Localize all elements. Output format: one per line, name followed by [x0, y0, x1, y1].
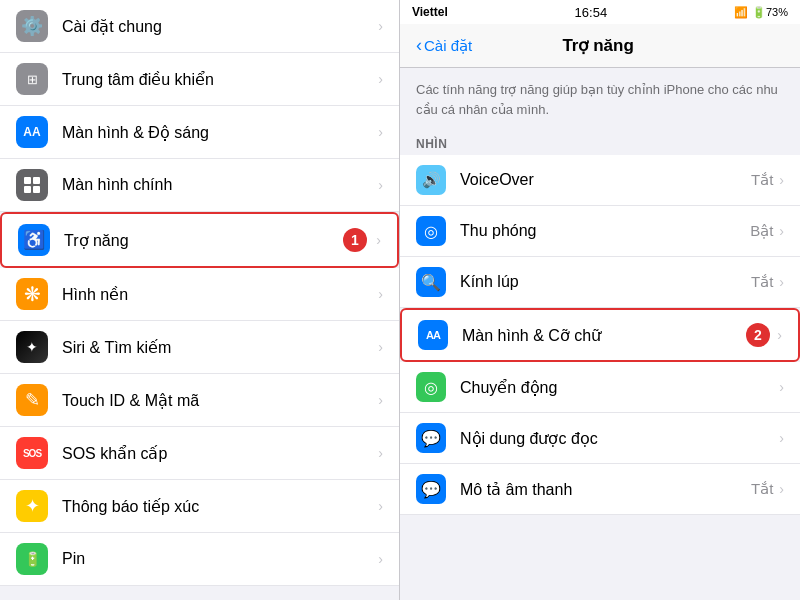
settings-item-display[interactable]: AA Màn hình & Độ sáng ›	[0, 106, 399, 159]
chevron-icon: ›	[779, 481, 784, 497]
chevron-icon: ›	[378, 445, 383, 461]
chevron-icon: ›	[378, 286, 383, 302]
settings-item-general[interactable]: ⚙️ Cài đặt chung ›	[0, 0, 399, 53]
motion-icon: ◎	[416, 372, 446, 402]
magnifier-status: Tắt	[751, 273, 773, 291]
settings-item-touch-id[interactable]: ✎ Touch ID & Mật mã ›	[0, 374, 399, 427]
settings-item-sos[interactable]: SOS SOS khẩn cấp ›	[0, 427, 399, 480]
voiceover-icon: 🔊	[416, 165, 446, 195]
back-chevron-icon: ‹	[416, 35, 422, 56]
right-item-voiceover[interactable]: 🔊 VoiceOver Tắt ›	[400, 155, 800, 206]
zoom-status: Bật	[750, 222, 773, 240]
svg-rect-3	[33, 186, 40, 193]
accessibility-icon: ♿	[18, 224, 50, 256]
chevron-icon: ›	[378, 124, 383, 140]
zoom-icon: ◎	[416, 216, 446, 246]
display-text-icon: AA	[418, 320, 448, 350]
spoken-content-icon: 💬	[416, 423, 446, 453]
chevron-icon: ›	[779, 223, 784, 239]
svg-rect-0	[24, 177, 31, 184]
back-label: Cài đặt	[424, 37, 472, 55]
sos-label: SOS khẩn cấp	[62, 444, 378, 463]
chevron-icon: ›	[779, 274, 784, 290]
svg-rect-2	[24, 186, 31, 193]
time: 16:54	[575, 5, 608, 20]
chevron-icon: ›	[378, 392, 383, 408]
chevron-icon: ›	[378, 339, 383, 355]
chevron-icon: ›	[779, 379, 784, 395]
nav-bar: ‹ Cài đặt Trợ năng	[400, 24, 800, 68]
right-accessibility-panel: Viettel 16:54 📶 🔋73% ‹ Cài đặt Trợ năng …	[400, 0, 800, 600]
accessibility-list: 🔊 VoiceOver Tắt › ◎ Thu phóng Bật › 🔍 Kí…	[400, 155, 800, 600]
audio-description-status: Tắt	[751, 480, 773, 498]
settings-item-battery[interactable]: 🔋 Pin ›	[0, 533, 399, 586]
right-item-spoken-content[interactable]: 💬 Nội dung được đọc ›	[400, 413, 800, 464]
spoken-content-label: Nội dung được đọc	[460, 429, 773, 448]
magnifier-label: Kính lúp	[460, 273, 751, 291]
badge-2: 2	[746, 323, 770, 347]
chevron-icon: ›	[777, 327, 782, 343]
status-bar: Viettel 16:54 📶 🔋73%	[400, 0, 800, 24]
audio-description-label: Mô tả âm thanh	[460, 480, 751, 499]
siri-icon: ✦	[16, 331, 48, 363]
right-item-motion[interactable]: ◎ Chuyển động ›	[400, 362, 800, 413]
general-icon: ⚙️	[16, 10, 48, 42]
battery-status: 🔋73%	[752, 6, 788, 19]
settings-list: ⚙️ Cài đặt chung › ⊞ Trung tâm điều khiể…	[0, 0, 399, 600]
control-center-label: Trung tâm điều khiển	[62, 70, 378, 89]
right-item-display-text[interactable]: AA Màn hình & Cỡ chữ 2 ›	[400, 308, 800, 362]
chevron-icon: ›	[779, 172, 784, 188]
chevron-icon: ›	[779, 430, 784, 446]
settings-item-home-screen[interactable]: Màn hình chính ›	[0, 159, 399, 212]
home-screen-label: Màn hình chính	[62, 176, 378, 194]
badge-1: 1	[343, 228, 367, 252]
right-item-magnifier[interactable]: 🔍 Kính lúp Tắt ›	[400, 257, 800, 308]
display-label: Màn hình & Độ sáng	[62, 123, 378, 142]
status-icons: 📶 🔋73%	[734, 6, 788, 19]
description: Các tính năng trợ năng giúp bạn tùy chỉn…	[400, 68, 800, 131]
wallpaper-icon: ❋	[16, 278, 48, 310]
right-item-zoom[interactable]: ◎ Thu phóng Bật ›	[400, 206, 800, 257]
settings-item-siri[interactable]: ✦ Siri & Tìm kiếm ›	[0, 321, 399, 374]
settings-item-control-center[interactable]: ⊞ Trung tâm điều khiển ›	[0, 53, 399, 106]
accessibility-label: Trợ năng	[64, 231, 370, 250]
touch-id-icon: ✎	[16, 384, 48, 416]
notifications-icon: ✦	[16, 490, 48, 522]
siri-label: Siri & Tìm kiếm	[62, 338, 378, 357]
touch-id-label: Touch ID & Mật mã	[62, 391, 378, 410]
motion-label: Chuyển động	[460, 378, 773, 397]
voiceover-label: VoiceOver	[460, 171, 751, 189]
battery-icon: 🔋	[16, 543, 48, 575]
signal-icon: 📶	[734, 6, 748, 19]
notifications-label: Thông báo tiếp xúc	[62, 497, 378, 516]
settings-item-notifications[interactable]: ✦ Thông báo tiếp xúc ›	[0, 480, 399, 533]
right-item-audio-description[interactable]: 💬 Mô tả âm thanh Tắt ›	[400, 464, 800, 515]
audio-description-icon: 💬	[416, 474, 446, 504]
battery-label: Pin	[62, 550, 378, 568]
chevron-icon: ›	[378, 71, 383, 87]
magnifier-icon: 🔍	[416, 267, 446, 297]
carrier: Viettel	[412, 5, 448, 19]
home-screen-icon	[16, 169, 48, 201]
chevron-icon: ›	[378, 18, 383, 34]
display-text-label: Màn hình & Cỡ chữ	[462, 326, 773, 345]
settings-item-wallpaper[interactable]: ❋ Hình nền ›	[0, 268, 399, 321]
voiceover-status: Tắt	[751, 171, 773, 189]
settings-item-accessibility[interactable]: ♿ Trợ năng 1 ›	[0, 212, 399, 268]
control-center-icon: ⊞	[16, 63, 48, 95]
chevron-icon: ›	[376, 232, 381, 248]
svg-rect-1	[33, 177, 40, 184]
general-label: Cài đặt chung	[62, 17, 378, 36]
left-settings-panel: ⚙️ Cài đặt chung › ⊞ Trung tâm điều khiể…	[0, 0, 400, 600]
back-button[interactable]: ‹ Cài đặt	[416, 35, 472, 56]
zoom-label: Thu phóng	[460, 222, 750, 240]
chevron-icon: ›	[378, 498, 383, 514]
sos-icon: SOS	[16, 437, 48, 469]
display-icon: AA	[16, 116, 48, 148]
page-title: Trợ năng	[472, 35, 724, 56]
wallpaper-label: Hình nền	[62, 285, 378, 304]
chevron-icon: ›	[378, 551, 383, 567]
chevron-icon: ›	[378, 177, 383, 193]
section-header-vision: NHÌN	[400, 131, 800, 155]
